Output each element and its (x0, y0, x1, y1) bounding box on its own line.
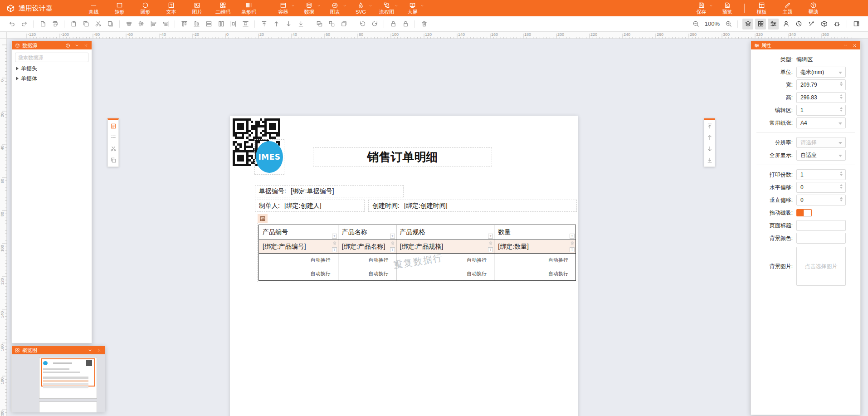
property-number-input[interactable]: 0 (796, 182, 846, 193)
autowrap-cell[interactable]: 自动换行 (494, 254, 576, 267)
property-number-input[interactable]: 209.79 (796, 79, 846, 90)
newfile-button[interactable] (37, 19, 48, 29)
stepper-icon[interactable] (840, 94, 843, 99)
delete-icon[interactable] (488, 241, 493, 245)
stepper-icon[interactable] (840, 82, 843, 86)
package-button[interactable] (819, 19, 829, 29)
align-top-button[interactable] (179, 19, 190, 29)
field-creator[interactable]: 制单人: [绑定:创建人] (255, 200, 365, 212)
overview-thumbnail[interactable] (12, 354, 105, 412)
tool-chart[interactable]: 图表 (322, 0, 348, 16)
tree-item-docbody[interactable]: 单据体 (15, 72, 88, 82)
property-select[interactable]: 请选择 (796, 137, 846, 148)
report-title-element[interactable]: 销售订单明细 (313, 147, 492, 166)
property-number-input[interactable]: 296.83 (796, 92, 846, 103)
table-settings-button[interactable] (258, 214, 268, 223)
history-button[interactable] (793, 19, 804, 29)
zoom-in-button[interactable] (723, 19, 734, 29)
delete-icon[interactable] (332, 241, 337, 245)
table-header-cell[interactable]: 产品编号T (259, 225, 338, 240)
stepper-icon[interactable] (840, 184, 843, 189)
rot-l-button[interactable] (357, 19, 368, 29)
magnet-toggle[interactable] (796, 209, 812, 216)
autowrap-cell[interactable]: 自动换行 (259, 267, 338, 281)
copy-button[interactable] (80, 19, 91, 29)
tool-svg[interactable]: SVG (348, 0, 374, 16)
collapse-icon[interactable] (88, 348, 93, 353)
close-icon[interactable] (83, 43, 88, 48)
close-icon[interactable] (852, 43, 857, 48)
field-createtime[interactable]: 创建时间: [绑定:创建时间] (368, 200, 577, 212)
stepper-icon[interactable] (840, 107, 843, 112)
help-button[interactable]: 帮助 (800, 0, 826, 16)
redo-button[interactable] (19, 19, 29, 29)
tool-qrcode[interactable]: 二维码 (210, 0, 236, 16)
text-style-icon[interactable]: T (332, 247, 337, 252)
bug-button[interactable] (831, 19, 842, 29)
move-top-button[interactable] (706, 122, 714, 130)
tool-container[interactable]: 容器 (270, 0, 296, 16)
text-style-icon[interactable]: T (390, 247, 395, 252)
layers-button[interactable] (742, 19, 753, 29)
text-style-icon[interactable]: T (488, 247, 493, 252)
autowrap-cell[interactable]: 自动换行 (396, 254, 495, 267)
move-down-button[interactable] (283, 19, 294, 29)
help-icon[interactable] (65, 43, 70, 48)
table-header-cell[interactable]: 产品名称T (338, 225, 396, 240)
property-text-input[interactable] (796, 220, 846, 231)
insert-field-button[interactable] (109, 122, 117, 130)
print-button[interactable] (49, 19, 60, 29)
move-down-button[interactable] (706, 145, 714, 153)
undo-button[interactable] (6, 19, 17, 29)
same-height-button[interactable] (215, 19, 226, 29)
preview-button[interactable]: 预览 (714, 0, 740, 16)
datasource-search-input[interactable] (15, 53, 88, 62)
move-top-button[interactable] (258, 19, 269, 29)
stepper-icon[interactable] (840, 197, 843, 201)
theme-button[interactable]: 主题 (775, 0, 800, 16)
move-bottom-button[interactable] (706, 156, 714, 164)
duplicate-button[interactable] (105, 19, 116, 29)
move-bottom-button[interactable] (295, 19, 306, 29)
zoom-out-button[interactable] (691, 19, 702, 29)
sliders-button[interactable] (768, 19, 779, 29)
align-right-button[interactable] (160, 19, 171, 29)
property-select[interactable]: A4 (796, 117, 846, 128)
collapse-icon[interactable] (74, 43, 79, 48)
autowrap-cell[interactable]: 自动换行 (338, 267, 396, 281)
text-style-icon[interactable]: T (570, 234, 575, 239)
property-text-input[interactable] (796, 233, 846, 244)
tool-screen[interactable]: 大屏 (400, 0, 425, 16)
group-button[interactable] (314, 19, 325, 29)
tool-flow[interactable]: 流程图 (374, 0, 400, 16)
save-button[interactable]: 保存 (688, 0, 714, 16)
align-bottom-button[interactable] (191, 19, 202, 29)
binding-cell[interactable]: [绑定:产品规格]T (396, 240, 495, 254)
tool-rect[interactable]: 矩形 (107, 0, 132, 16)
text-style-icon[interactable]: T (488, 234, 493, 239)
autowrap-cell[interactable]: 自动换行 (396, 267, 495, 281)
magic-button[interactable] (806, 19, 817, 29)
table-element[interactable]: 产品编号T产品名称T产品规格T数量T[绑定:产品编号]T[绑定:产品名称]T[绑… (257, 223, 577, 282)
paste-button[interactable] (68, 19, 79, 29)
property-number-input[interactable]: 1 (796, 105, 846, 116)
unlock-button[interactable] (400, 19, 411, 29)
cut-button[interactable] (109, 145, 117, 153)
text-style-icon[interactable]: T (332, 234, 337, 239)
text-style-icon[interactable]: T (390, 234, 395, 239)
autowrap-cell[interactable]: 自动换行 (494, 267, 576, 281)
close-icon[interactable] (97, 348, 102, 353)
text-style-icon[interactable]: T (570, 247, 575, 252)
background-image-picker[interactable]: 点击选择图片 (796, 247, 846, 286)
rot-r-button[interactable] (369, 19, 380, 29)
delete-icon[interactable] (390, 241, 395, 245)
binding-cell[interactable]: [绑定:产品名称]T (338, 240, 396, 254)
same-width-button[interactable] (203, 19, 214, 29)
copy-button[interactable] (109, 156, 117, 164)
property-select[interactable]: 毫米(mm) (796, 67, 846, 78)
binding-cell[interactable]: [绑定:数量]T (494, 240, 576, 254)
tool-text[interactable]: 文本 (158, 0, 184, 16)
property-number-input[interactable]: 1 (796, 169, 846, 180)
tree-item-docheader[interactable]: 单据头 (15, 62, 88, 72)
stepper-icon[interactable] (840, 171, 843, 176)
